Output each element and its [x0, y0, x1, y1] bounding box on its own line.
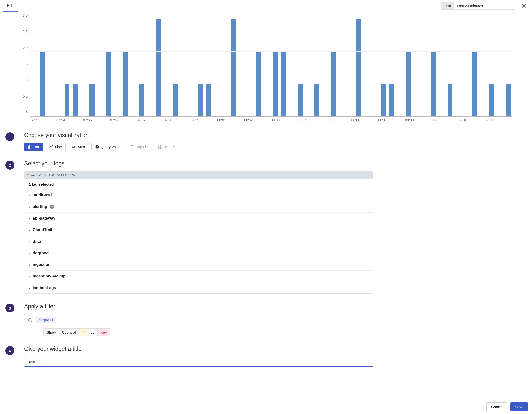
bar-slot: [238, 19, 246, 116]
viz-btn-tree-map-label: Tree Map: [164, 145, 180, 149]
svg-point-6: [97, 147, 97, 147]
bar-slot: [196, 19, 204, 116]
target-icon: [95, 145, 99, 149]
gridline: [30, 100, 512, 100]
y-tick-label: 3.0: [23, 13, 28, 17]
log-row[interactable]: ›CloudTrail: [24, 224, 373, 236]
y-tick-label: 1.5: [23, 62, 28, 66]
agg-wildcard[interactable]: *: [79, 328, 87, 336]
bar-slot: [429, 19, 437, 116]
log-name: ingestion: [33, 262, 50, 267]
bar-slot: [387, 19, 396, 116]
step-badge-2: 2: [5, 161, 14, 170]
log-list[interactable]: ›.audit-trail›alerting✓›api-gateway›Clou…: [24, 190, 373, 294]
viz-btn-query-value[interactable]: Query Value: [91, 143, 124, 151]
save-button[interactable]: Save: [510, 402, 528, 411]
chart-bar: [256, 52, 261, 116]
x-tick-label: 08:02: [244, 117, 271, 122]
widget-title-input[interactable]: [24, 357, 373, 367]
log-row[interactable]: ›ingestion-backup: [24, 270, 373, 282]
close-icon[interactable]: ✕: [519, 2, 529, 10]
viz-btn-area-label: Area: [78, 145, 85, 149]
bar-slot: [479, 19, 487, 116]
x-tick-label: 07:58: [164, 117, 190, 122]
log-row[interactable]: ›dogfood: [24, 247, 373, 259]
viz-btn-area[interactable]: Area: [68, 143, 89, 151]
viz-btn-top-list-label: Top List: [136, 145, 149, 149]
log-row[interactable]: ›.audit-trail: [24, 190, 373, 201]
bar-slot: [204, 19, 213, 116]
time-range-picker[interactable]: 20m Last 20 minutes: [441, 2, 515, 10]
topbar-right: 20m Last 20 minutes ✕: [441, 2, 529, 10]
log-name: .audit-trail: [33, 193, 52, 197]
log-row[interactable]: ›ingestion: [24, 259, 373, 270]
x-tick-label: 08:05: [325, 117, 351, 122]
chart-bar: [281, 52, 286, 116]
filter-input-box[interactable]: request: [24, 314, 373, 326]
x-tick-label: 08:10: [459, 117, 485, 122]
step-apply-filter: 3 Apply a filter request Show Count of *…: [4, 303, 528, 336]
gridline: [30, 51, 512, 52]
chevron-right-icon: ›: [29, 216, 30, 221]
bar-slot: [329, 19, 338, 116]
agg-count-of[interactable]: Count of: [59, 328, 79, 336]
tab-edit[interactable]: Edit: [3, 0, 18, 12]
log-row[interactable]: ›api-gateway: [24, 212, 373, 224]
chart-bar: [331, 52, 336, 116]
x-axis: 07:5307:5407:5507:5607:5707:5807:5908:01…: [30, 117, 512, 122]
chevron-right-icon: ›: [29, 274, 30, 279]
bar-slot: [163, 19, 171, 116]
log-row[interactable]: ›alerting✓: [24, 201, 373, 212]
agg-key[interactable]: Key: [98, 328, 110, 336]
bar-slot: [188, 19, 196, 116]
bar-slot: [296, 19, 304, 116]
log-name: alerting: [33, 205, 47, 209]
x-tick-label: 08:08: [405, 117, 432, 122]
bar-slot: [96, 19, 104, 116]
step-visualization: 1 Choose your visualization Bar Line: [4, 132, 528, 151]
x-tick-label: 07:55: [83, 117, 110, 122]
viz-btn-top-list: Top List: [127, 143, 152, 151]
viz-btn-bar[interactable]: Bar: [24, 143, 43, 151]
chevron-right-icon: ›: [29, 262, 30, 267]
plot-area: [30, 19, 512, 117]
bar-slot: [454, 19, 463, 116]
bar-slot: [171, 19, 180, 116]
cancel-button[interactable]: Cancel: [486, 402, 507, 411]
bar-slot: [54, 19, 63, 116]
bar-slot: [462, 19, 471, 116]
bar-slot: [446, 19, 454, 116]
chart-bar: [472, 52, 477, 116]
bar-slot: [63, 19, 71, 116]
topbar: Edit 20m Last 20 minutes ✕: [0, 0, 532, 12]
step-badge-3: 3: [5, 304, 14, 312]
agg-by[interactable]: by: [87, 328, 98, 336]
bar-slot: [138, 19, 146, 116]
chart-bars: [30, 19, 512, 116]
step-widget-title: 4 Give your widget a title: [4, 346, 528, 367]
collapse-log-selection[interactable]: ▾ COLLAPSE LOG SELECTION: [24, 171, 373, 179]
step-badge-4: 4: [5, 346, 14, 355]
y-tick-label: 0: [26, 111, 28, 115]
log-row[interactable]: ›data: [24, 236, 373, 247]
bar-slot: [496, 19, 504, 116]
agg-show[interactable]: Show: [43, 328, 59, 336]
log-row[interactable]: ›lambdaLogs: [24, 282, 373, 293]
chevron-right-icon: ›: [29, 193, 30, 198]
bar-slot: [471, 19, 479, 116]
chart-bar: [231, 19, 236, 116]
svg-rect-0: [28, 146, 29, 149]
gridline: [30, 68, 512, 68]
viz-btn-line[interactable]: Line: [46, 143, 66, 151]
bar-slot: [104, 19, 113, 116]
step-title-3: Apply a filter: [24, 303, 373, 310]
bar-slot: [404, 19, 413, 116]
bar-slot: [121, 19, 130, 116]
bar-slot: [221, 19, 229, 116]
bar-slot: [246, 19, 254, 116]
search-icon: [28, 318, 32, 322]
filter-tag[interactable]: request: [36, 317, 56, 323]
bar-slot: [30, 19, 38, 116]
bar-slot: [263, 19, 271, 116]
x-tick-label: 08:04: [298, 117, 325, 122]
